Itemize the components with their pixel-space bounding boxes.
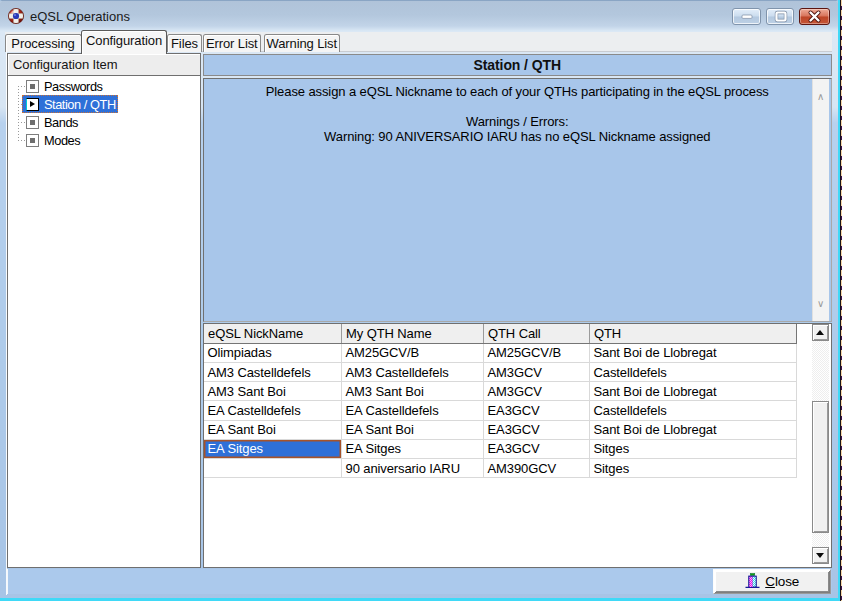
restore-button[interactable] xyxy=(766,8,795,25)
info-line: Warnings / Errors: xyxy=(204,114,831,129)
info-line: Please assign a eQSL Nickname to each of… xyxy=(204,84,831,99)
table-cell[interactable]: EA Sitges xyxy=(204,439,342,458)
tab-error-list[interactable]: Error List xyxy=(203,34,261,52)
table-cell[interactable]: EA Sitges xyxy=(342,439,484,458)
table-cell[interactable]: EA Castelldefels xyxy=(204,401,342,420)
table-cell[interactable]: Olimpiadas xyxy=(204,343,342,362)
table-header-row: eQSL NickNameMy QTH NameQTH CallQTH xyxy=(204,324,796,343)
tab-configuration[interactable]: Configuration xyxy=(81,30,167,54)
table-cell[interactable]: EA Sant Boi xyxy=(342,420,484,439)
close-button-panel: Close xyxy=(713,569,832,595)
sidebar-item-station-qth[interactable]: Station / QTH xyxy=(8,95,200,113)
table-cell[interactable]: Castelldefels xyxy=(590,362,797,381)
app-window: eQSL Operations ProcessingConfiguratio xyxy=(0,0,838,598)
table-cell[interactable]: Sitges xyxy=(590,458,797,477)
minimize-icon xyxy=(733,9,761,24)
table-cell[interactable]: Sitges xyxy=(590,439,797,458)
info-text: Please assign a eQSL Nickname to each of… xyxy=(204,84,831,144)
table-cell[interactable]: AM3 Sant Boi xyxy=(342,382,484,401)
table-cell[interactable]: EA Castelldefels xyxy=(342,401,484,420)
qth-grid-panel: eQSL NickNameMy QTH NameQTH CallQTHOlimp… xyxy=(203,323,832,568)
minimize-button[interactable] xyxy=(732,8,761,25)
grid-scroll-down-button[interactable] xyxy=(812,547,830,564)
info-line xyxy=(204,99,831,114)
table-cell[interactable]: AM390GCV xyxy=(484,458,590,477)
memo-scrollbar[interactable]: ∧ ∨ xyxy=(812,79,830,322)
screen: eQSL Operations ProcessingConfiguratio xyxy=(0,0,842,601)
column-header-qth-call[interactable]: QTH Call xyxy=(484,324,590,343)
table-cell[interactable]: AM3GCV xyxy=(484,382,590,401)
sidebar-item-label: Modes xyxy=(44,133,80,148)
table-row: EA CastelldefelsEA CastelldefelsEA3GCVCa… xyxy=(204,401,796,420)
configuration-tree: PasswordsStation / QTHBandsModes xyxy=(8,77,200,567)
close-button[interactable]: Close xyxy=(715,571,829,592)
table-cell[interactable]: AM25GCV/B xyxy=(342,343,484,362)
memo-scroll-up-icon[interactable]: ∧ xyxy=(813,92,830,102)
tree-branch-line xyxy=(18,86,25,87)
column-header-my-qth-name[interactable]: My QTH Name xyxy=(342,324,484,343)
down-arrow-icon xyxy=(816,553,824,558)
table-row: EA Sant BoiEA Sant BoiEA3GCVSant Boi de … xyxy=(204,420,796,439)
titlebar[interactable]: eQSL Operations xyxy=(0,1,838,31)
table-cell[interactable]: EA3GCV xyxy=(484,401,590,420)
exit-door-icon xyxy=(744,573,761,590)
table-cell[interactable]: AM3 Castelldefels xyxy=(204,362,342,381)
tree-branch-line xyxy=(18,122,25,123)
table-cell[interactable]: AM25GCV/B xyxy=(484,343,590,362)
table-cell[interactable]: Sant Boi de Llobregat xyxy=(590,382,797,401)
sidebar-item-bands[interactable]: Bands xyxy=(8,113,200,131)
grid-scroll-up-button[interactable] xyxy=(812,324,830,341)
column-header-eqsl-nickname[interactable]: eQSL NickName xyxy=(204,324,342,343)
tab-files[interactable]: Files xyxy=(167,34,202,52)
sidebar-item-modes[interactable]: Modes xyxy=(8,131,200,149)
table-cell[interactable]: 90 aniversario IARU xyxy=(342,458,484,477)
sidebar-item-label: Bands xyxy=(44,115,78,130)
table-cell[interactable]: AM3 Castelldefels xyxy=(342,362,484,381)
sidebar-item-label: Station / QTH xyxy=(44,97,116,112)
sidebar-item-passwords[interactable]: Passwords xyxy=(8,77,200,95)
restore-icon xyxy=(767,9,795,24)
tab-processing[interactable]: Processing xyxy=(5,34,82,52)
window-title: eQSL Operations xyxy=(30,9,130,24)
info-line: Warning: 90 ANIVERSARIO IARU has no eQSL… xyxy=(204,129,831,144)
close-icon xyxy=(800,9,829,24)
table-row: AM3 Sant BoiAM3 Sant BoiAM3GCVSant Boi d… xyxy=(204,382,796,401)
table-row: AM3 CastelldefelsAM3 CastelldefelsAM3GCV… xyxy=(204,362,796,381)
footer-bar: Close xyxy=(7,569,832,595)
tab-warning-list[interactable]: Warning List xyxy=(264,34,341,52)
table-cell[interactable]: EA3GCV xyxy=(484,439,590,458)
table-row: OlimpiadasAM25GCV/BAM25GCV/BSant Boi de … xyxy=(204,343,796,362)
table-cell[interactable] xyxy=(204,458,342,477)
close-window-button[interactable] xyxy=(799,8,830,25)
memo-scroll-down-icon[interactable]: ∨ xyxy=(813,299,830,309)
table-row: EA SitgesEA SitgesEA3GCVSitges xyxy=(204,439,796,458)
info-memo: Please assign a eQSL Nickname to each of… xyxy=(203,78,832,323)
tree-branch-line xyxy=(18,140,25,141)
tree-item-icon xyxy=(26,80,39,93)
sidebar-panel: Configuration Item PasswordsStation / QT… xyxy=(7,53,201,568)
table-cell[interactable]: Castelldefels xyxy=(590,401,797,420)
grid-scrollbar-thumb[interactable] xyxy=(812,401,830,533)
table-cell[interactable]: Sant Boi de Llobregat xyxy=(590,343,797,362)
tree-item-icon xyxy=(26,134,39,147)
sidebar-header: Configuration Item xyxy=(8,54,200,76)
table-cell[interactable]: AM3GCV xyxy=(484,362,590,381)
up-arrow-icon xyxy=(816,329,824,334)
column-header-qth[interactable]: QTH xyxy=(590,324,797,343)
table-cell[interactable]: EA Sant Boi xyxy=(204,420,342,439)
table-row: 90 aniversario IARUAM390GCVSitges xyxy=(204,458,796,477)
grid-scrollbar[interactable] xyxy=(812,324,830,564)
table-cell[interactable]: AM3 Sant Boi xyxy=(204,382,342,401)
tree-item-icon xyxy=(26,116,39,129)
tab-bar: ProcessingConfigurationFilesError ListWa… xyxy=(5,32,833,53)
content-header: Station / QTH xyxy=(203,54,832,76)
app-icon xyxy=(8,8,24,24)
table-cell[interactable]: EA3GCV xyxy=(484,420,590,439)
sidebar-item-label: Passwords xyxy=(44,79,103,94)
table-cell[interactable]: Sant Boi de Llobregat xyxy=(590,420,797,439)
qth-table: eQSL NickNameMy QTH NameQTH CallQTHOlimp… xyxy=(204,324,797,478)
tree-item-selected-icon xyxy=(26,98,39,111)
close-button-label: Close xyxy=(765,574,799,589)
